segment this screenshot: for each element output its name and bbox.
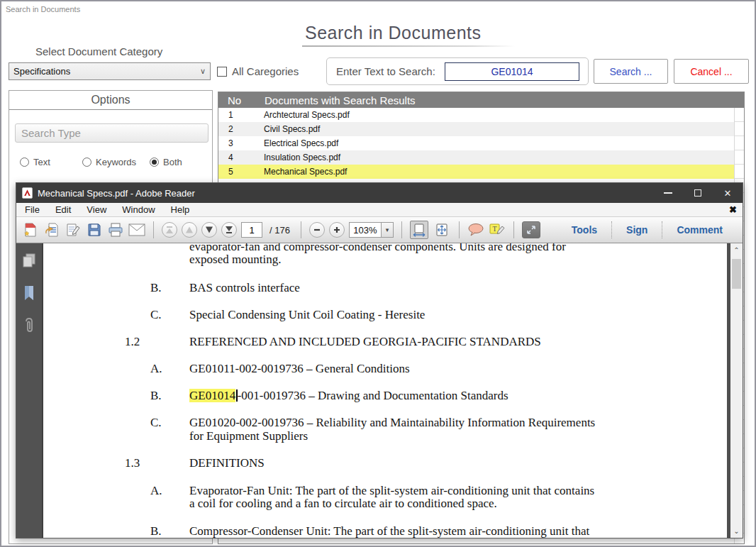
close-button[interactable]: ✕ xyxy=(713,183,743,203)
tab-comment[interactable]: Comment xyxy=(662,221,737,238)
row-document-name: Electrical Specs.pdf xyxy=(264,138,338,148)
email-icon[interactable] xyxy=(128,221,145,238)
toolbar-close-icon[interactable]: ✖ xyxy=(729,204,737,215)
table-row-selected[interactable]: 5 Mechanical Specs.pdf xyxy=(218,165,744,179)
radio-both-icon[interactable] xyxy=(150,158,159,167)
search-type-radio-group: Text Keywords Both xyxy=(20,157,204,167)
cancel-button[interactable]: Cancel ... xyxy=(674,59,749,84)
zoom-dropdown-arrow-icon[interactable]: ▾ xyxy=(381,223,393,237)
radio-both[interactable]: Both xyxy=(150,157,182,167)
maximize-button[interactable] xyxy=(683,183,713,203)
toolbar-separator xyxy=(153,221,154,238)
reader-toolbar: / 176 103% ▾ T xyxy=(16,217,743,243)
page-total-label: / 176 xyxy=(269,225,290,236)
fill-sign-icon[interactable] xyxy=(65,221,82,238)
scrollbar-thumb[interactable] xyxy=(732,259,741,289)
tab-tools[interactable]: Tools xyxy=(557,221,611,238)
menu-window[interactable]: Window xyxy=(122,204,155,215)
radio-text-icon[interactable] xyxy=(20,158,29,167)
window-controls: ✕ xyxy=(653,183,743,203)
toolbar-separator xyxy=(401,221,402,238)
save-icon[interactable] xyxy=(86,221,103,238)
all-categories-checkbox-row[interactable]: All Caregories xyxy=(217,65,299,77)
search-hit-highlight: GE01014 xyxy=(189,389,235,402)
scroll-down-icon[interactable]: ⌄ xyxy=(730,526,743,536)
bookmarks-icon[interactable] xyxy=(21,284,37,302)
row-document-name: Civil Specs.pdf xyxy=(264,124,320,134)
title-underline xyxy=(302,45,515,47)
page-title: Search in Documents xyxy=(305,23,482,43)
row-document-name: Mechanical Specs.pdf xyxy=(264,167,347,177)
chevron-down-icon: ∨ xyxy=(200,67,206,76)
next-page-button[interactable] xyxy=(201,222,217,238)
sticky-note-icon[interactable] xyxy=(467,221,484,238)
reader-sidebar xyxy=(16,243,42,538)
row-no: 4 xyxy=(218,153,264,162)
reader-titlebar[interactable]: Mechanical Specs.pdf - Adobe Reader ✕ xyxy=(16,183,743,203)
open-document-icon[interactable] xyxy=(22,221,39,238)
search-button[interactable]: Search ... xyxy=(594,59,668,84)
svg-text:T: T xyxy=(492,225,496,233)
tab-sign[interactable]: Sign xyxy=(611,221,662,238)
print-icon[interactable] xyxy=(107,221,124,238)
radio-both-label: Both xyxy=(163,157,182,167)
highlight-text-icon[interactable]: T xyxy=(489,221,506,238)
row-no: 3 xyxy=(218,138,264,148)
search-type-header[interactable]: Search Type xyxy=(15,123,209,143)
column-header-documents: Documents with Search Results xyxy=(265,94,416,106)
all-categories-label: All Caregories xyxy=(232,65,299,77)
row-no: 2 xyxy=(218,124,264,134)
category-dropdown[interactable]: Specifications ∨ xyxy=(9,62,211,80)
pdf-page[interactable]: evaporator-fan and compressor-condenser … xyxy=(42,243,730,538)
search-text-input[interactable] xyxy=(445,62,579,81)
reader-panels: Tools Sign Comment xyxy=(557,217,737,243)
adobe-reader-window: Mechanical Specs.pdf - Adobe Reader ✕ Fi… xyxy=(16,182,743,538)
first-page-button[interactable] xyxy=(162,222,177,238)
menu-help[interactable]: Help xyxy=(171,204,190,215)
toolbar-separator xyxy=(301,221,301,238)
search-in-documents-window: Search in Documents Search in Documents … xyxy=(0,0,756,547)
table-row[interactable]: 4 Insulation Specs.pdf xyxy=(218,150,744,165)
category-label: Select Document Category xyxy=(35,45,162,57)
zoom-level-value: 103% xyxy=(350,225,381,236)
page-thumbnails-icon[interactable] xyxy=(21,252,37,269)
reader-title: Mechanical Specs.pdf - Adobe Reader xyxy=(38,188,195,199)
table-row[interactable]: 1 Archtectural Specs.pdf xyxy=(218,108,744,122)
scrolling-mode-button[interactable] xyxy=(410,221,428,239)
radio-text[interactable]: Text xyxy=(20,157,82,167)
all-categories-checkbox[interactable] xyxy=(217,67,227,77)
radio-keywords[interactable]: Keywords xyxy=(82,157,150,167)
radio-keywords-label: Keywords xyxy=(96,157,136,167)
table-row[interactable]: 2 Civil Specs.pdf xyxy=(218,122,744,136)
save-as-other-icon[interactable] xyxy=(43,221,60,238)
last-page-button[interactable] xyxy=(221,222,237,238)
radio-text-label: Text xyxy=(33,157,50,167)
menu-file[interactable]: File xyxy=(25,204,40,215)
zoom-in-button[interactable] xyxy=(329,222,345,238)
menu-edit[interactable]: Edit xyxy=(55,204,71,215)
page-number-input[interactable] xyxy=(241,222,262,238)
attachments-icon[interactable] xyxy=(21,317,37,334)
scroll-up-icon[interactable]: ⌃ xyxy=(730,245,743,255)
fit-page-button[interactable] xyxy=(433,221,451,239)
toolbar-separator xyxy=(459,221,460,238)
search-text-label: Enter Text to Search: xyxy=(336,65,435,77)
vertical-scrollbar[interactable]: ⌃ ⌄ xyxy=(730,243,743,538)
search-text-group: Enter Text to Search: xyxy=(326,57,589,85)
window-title: Search in Documents xyxy=(6,5,80,13)
radio-keywords-icon[interactable] xyxy=(82,158,91,167)
row-no: 1 xyxy=(218,110,264,120)
toolbar-separator xyxy=(513,221,514,238)
category-selected-value: Specifications xyxy=(13,66,70,77)
fullscreen-icon[interactable] xyxy=(522,221,540,238)
table-header-row: No Documents with Search Results xyxy=(218,92,744,108)
menu-view[interactable]: View xyxy=(87,204,106,215)
minimize-button[interactable] xyxy=(653,183,683,203)
table-row[interactable]: 3 Electrical Specs.pdf xyxy=(218,136,744,150)
zoom-out-button[interactable] xyxy=(309,222,325,238)
previous-page-button[interactable] xyxy=(182,222,197,238)
reader-body: evaporator-fan and compressor-condenser … xyxy=(16,243,743,538)
zoom-level-dropdown[interactable]: 103% ▾ xyxy=(349,222,394,238)
row-document-name: Archtectural Specs.pdf xyxy=(264,110,350,120)
options-panel-title: Options xyxy=(9,91,212,110)
